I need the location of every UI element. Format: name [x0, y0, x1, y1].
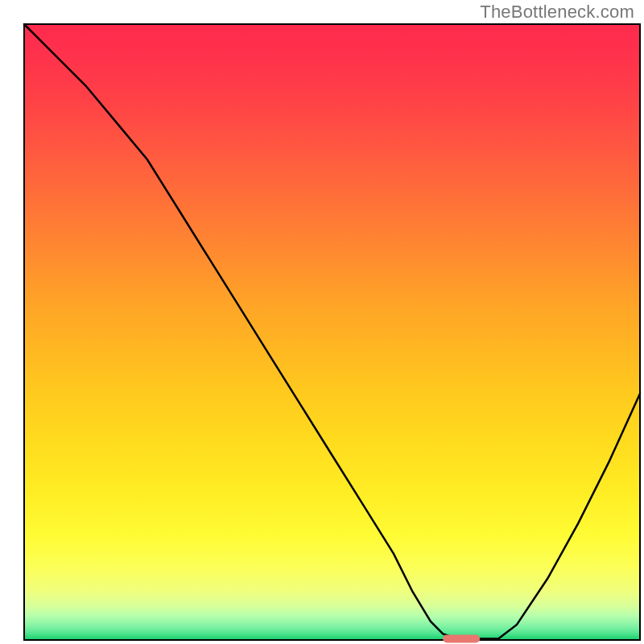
bottleneck-chart: TheBottleneck.com	[0, 0, 644, 644]
plot-background	[24, 24, 640, 640]
chart-svg	[0, 0, 644, 644]
watermark-text: TheBottleneck.com	[480, 2, 634, 23]
optimal-marker	[443, 634, 480, 642]
